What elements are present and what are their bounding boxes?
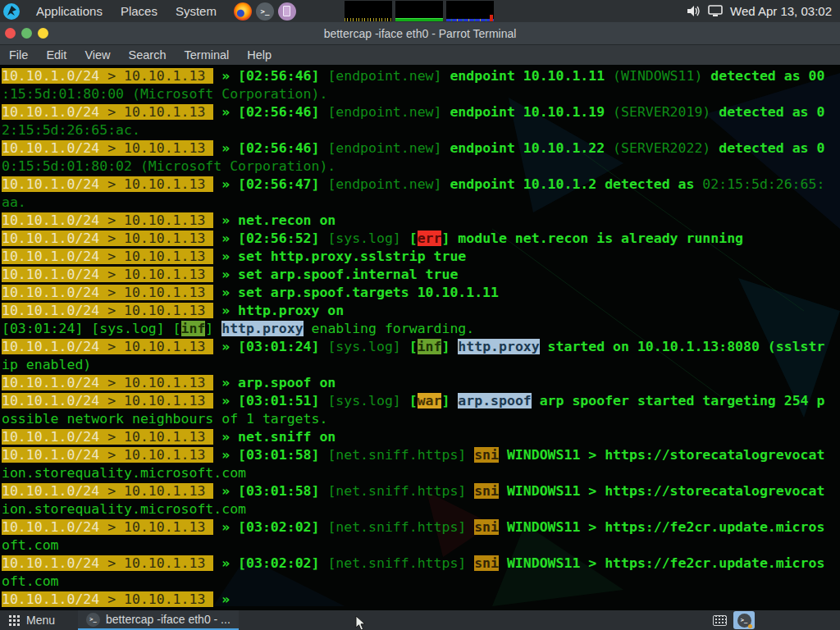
terminal-line: 0:15:5d:01:80:02 (Microsoft Corporation)… [2,158,840,176]
terminal-line: [03:01:24] [sys.log] [inf] http.proxy en… [2,320,840,338]
menu-view[interactable]: View [75,45,119,65]
window-title: bettercap -iface eth0 - Parrot Terminal [0,22,840,45]
menu-search[interactable]: Search [120,45,176,65]
cpu-history-graph[interactable] [345,1,392,21]
bettercap-prompt: 10.10.1.0/24 > 10.10.1.13 [2,375,213,390]
terminal-icon[interactable]: >_ [256,2,274,21]
bettercap-prompt: 10.10.1.0/24 > 10.10.1.13 [2,68,213,84]
task-terminal-icon: >_ [86,613,100,627]
terminal-line: aa. [2,194,840,212]
display-icon[interactable] [708,5,723,17]
mouse-cursor [355,615,367,630]
system-monitors [345,1,494,21]
network-history-graph[interactable] [446,1,494,21]
terminal-line: 10.10.1.0/24 > 10.10.1.13 » http.proxy o… [2,302,840,320]
terminal-line: ossible network neighbours of 1 targets. [2,410,840,428]
terminal-viewport[interactable]: 10.10.1.0/24 > 10.10.1.13 » [02:56:46] [… [0,65,840,610]
bettercap-prompt: 10.10.1.0/24 > 10.10.1.13 [2,176,213,192]
taskbar: Menu >_ bettercap -iface eth0 - ... >_ [0,610,840,630]
terminal-line: 10.10.1.0/24 > 10.10.1.13 » [02:56:47] [… [2,176,840,194]
bettercap-prompt: 10.10.1.0/24 > 10.10.1.13 [2,285,213,300]
bettercap-prompt: 10.10.1.0/24 > 10.10.1.13 [2,429,213,445]
terminal-line: 10.10.1.0/24 > 10.10.1.13 » [03:02:02] [… [2,518,840,536]
terminal-line: ip enabled) [2,356,840,374]
bettercap-prompt: 10.10.1.0/24 > 10.10.1.13 [2,339,213,354]
terminal-line: 10.10.1.0/24 > 10.10.1.13 » [03:01:58] [… [2,446,840,464]
terminal-line: 10.10.1.0/24 > 10.10.1.13 » [02:56:46] [… [2,67,840,85]
taskbar-menu-label: Menu [26,614,55,627]
menu-edit[interactable]: Edit [37,45,75,65]
terminal-line: 10.10.1.0/24 > 10.10.1.13 » set arp.spoo… [2,284,840,302]
terminal-output: 10.10.1.0/24 > 10.10.1.13 » [02:56:46] [… [0,65,840,610]
terminal-tray-icon[interactable]: >_ [733,611,755,629]
terminal-line: 10.10.1.0/24 > 10.10.1.13 » net.sniff on [2,428,840,446]
task-label: bettercap -iface eth0 - ... [106,613,231,626]
bettercap-prompt: 10.10.1.0/24 > 10.10.1.13 [2,519,213,535]
terminal-line: oft.com [2,536,840,555]
panel-launchers: >_ [234,2,296,21]
bettercap-prompt: 10.10.1.0/24 > 10.10.1.13 [2,447,213,463]
keyboard-indicator-icon[interactable] [713,615,727,626]
terminal-line: ion.storequality.microsoft.com [2,500,840,518]
terminal-line: 10.10.1.0/24 > 10.10.1.13 » set arp.spoo… [2,266,840,284]
terminal-line: 10.10.1.0/24 > 10.10.1.13 » [03:01:51] [… [2,392,840,410]
terminal-line: 10.10.1.0/24 > 10.10.1.13 » [03:02:02] [… [2,555,840,573]
menu-terminal[interactable]: Terminal [176,45,239,65]
terminal-menubar: File Edit View Search Terminal Help [0,45,840,65]
terminal-line: 10.10.1.0/24 > 10.10.1.13 » [2,591,840,609]
terminal-line: oft.com [2,573,840,591]
terminal-line: 10.10.1.0/24 > 10.10.1.13 » arp.spoof on [2,374,840,392]
menu-file[interactable]: File [0,45,37,65]
memory-usage-graph[interactable] [395,1,443,21]
terminal-line: ion.storequality.microsoft.com [2,464,840,482]
bettercap-prompt: 10.10.1.0/24 > 10.10.1.13 [2,140,213,156]
parrot-logo-icon[interactable] [2,2,21,21]
bettercap-prompt: 10.10.1.0/24 > 10.10.1.13 [2,393,213,409]
terminal-line: 10.10.1.0/24 > 10.10.1.13 » [03:01:24] [… [2,338,840,356]
bettercap-prompt: 10.10.1.0/24 > 10.10.1.13 [2,555,213,571]
terminal-line: 10.10.1.0/24 > 10.10.1.13 » [02:56:46] [… [2,139,840,158]
taskbar-menu-button[interactable]: Menu [0,610,66,630]
speaker-icon[interactable] [687,5,701,17]
panel-menu-system[interactable]: System [167,0,226,22]
terminal-line: 10.10.1.0/24 > 10.10.1.13 » set http.pro… [2,248,840,266]
menu-help[interactable]: Help [238,45,281,65]
taskbar-task-bettercap[interactable]: >_ bettercap -iface eth0 - ... [78,610,239,630]
terminal-line: 10.10.1.0/24 > 10.10.1.13 » [03:01:58] [… [2,482,840,500]
bettercap-prompt: 10.10.1.0/24 > 10.10.1.13 [2,303,213,318]
notes-icon[interactable] [278,2,296,21]
firefox-icon[interactable] [234,2,252,21]
bettercap-prompt: 10.10.1.0/24 > 10.10.1.13 [2,249,213,264]
bettercap-prompt: 10.10.1.0/24 > 10.10.1.13 [2,591,213,607]
bettercap-prompt: 10.10.1.0/24 > 10.10.1.13 [2,212,213,228]
menu-grid-icon [8,614,20,626]
terminal-line: 10.10.1.0/24 > 10.10.1.13 » [02:56:52] [… [2,230,840,248]
top-panel: Applications Places System >_ Wed Apr 13… [0,0,840,22]
bettercap-prompt: 10.10.1.0/24 > 10.10.1.13 [2,231,213,246]
window-titlebar[interactable]: bettercap -iface eth0 - Parrot Terminal [0,22,840,45]
terminal-line: 10.10.1.0/24 > 10.10.1.13 » net.recon on [2,212,840,230]
terminal-line: 2:15:5d:26:65:ac. [2,121,840,139]
terminal-line: :15:5d:01:80:00 (Microsoft Corporation). [2,85,840,103]
panel-menu-places[interactable]: Places [112,0,167,22]
panel-menu-applications[interactable]: Applications [27,0,112,22]
bettercap-prompt: 10.10.1.0/24 > 10.10.1.13 [2,104,213,120]
terminal-line: 10.10.1.0/24 > 10.10.1.13 » [02:56:46] [… [2,103,840,121]
bettercap-prompt: 10.10.1.0/24 > 10.10.1.13 [2,267,213,282]
bettercap-prompt: 10.10.1.0/24 > 10.10.1.13 [2,483,213,499]
panel-clock[interactable]: Wed Apr 13, 03:02 [730,4,832,18]
